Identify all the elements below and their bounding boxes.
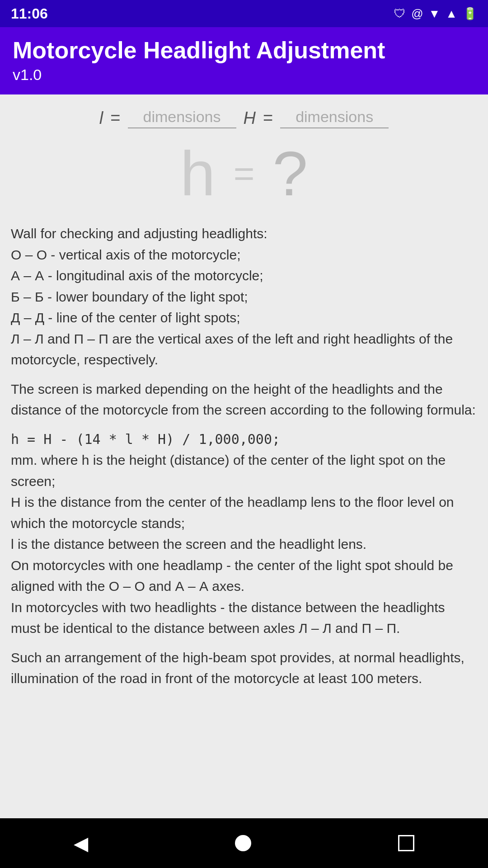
back-button[interactable]: ◀ xyxy=(56,828,106,859)
description-block: Wall for checking and adjusting headligh… xyxy=(11,223,477,689)
desc-formula: h = H - (14 * l * H) / 1,000,000; mm. wh… xyxy=(11,429,477,639)
l-input[interactable] xyxy=(128,108,236,128)
bottom-nav: ◀ xyxy=(0,818,488,868)
app-header: Motorcycle Headlight Adjustment v1.0 xyxy=(0,27,488,94)
wifi-icon: ▼ xyxy=(429,7,441,21)
desc-closing: Such an arrangement of the high-beam spo… xyxy=(11,647,477,689)
l-label: l xyxy=(99,108,103,128)
h-input[interactable] xyxy=(280,108,389,128)
result-h-label: h xyxy=(180,142,216,205)
app-version: v1.0 xyxy=(13,66,475,84)
recent-square-icon xyxy=(398,835,414,851)
result-question: ? xyxy=(272,142,308,205)
recent-button[interactable] xyxy=(380,830,432,856)
status-time: 11:06 xyxy=(11,5,48,22)
h-equals: = xyxy=(263,108,273,128)
desc-list-header: Wall for checking and adjusting headligh… xyxy=(11,223,477,371)
input-row: l = H = xyxy=(11,108,477,128)
home-circle-icon xyxy=(235,835,251,851)
h-label: H xyxy=(244,108,256,128)
at-icon: @ xyxy=(411,7,423,21)
shield-icon: 🛡 xyxy=(394,7,406,21)
status-bar: 11:06 🛡 @ ▼ ▲ 🔋 xyxy=(0,0,488,27)
desc-formula-intro: The screen is marked depending on the he… xyxy=(11,379,477,421)
l-equals: = xyxy=(110,108,120,128)
result-equals: = xyxy=(234,153,255,194)
battery-icon: 🔋 xyxy=(463,7,477,21)
app-title: Motorcycle Headlight Adjustment xyxy=(13,36,475,64)
result-display: h = ? xyxy=(11,142,477,205)
signal-icon: ▲ xyxy=(446,7,457,21)
main-content: l = H = h = ? Wall for checking and adju… xyxy=(0,94,488,818)
home-button[interactable] xyxy=(217,830,269,856)
status-icons: 🛡 @ ▼ ▲ 🔋 xyxy=(394,7,477,21)
